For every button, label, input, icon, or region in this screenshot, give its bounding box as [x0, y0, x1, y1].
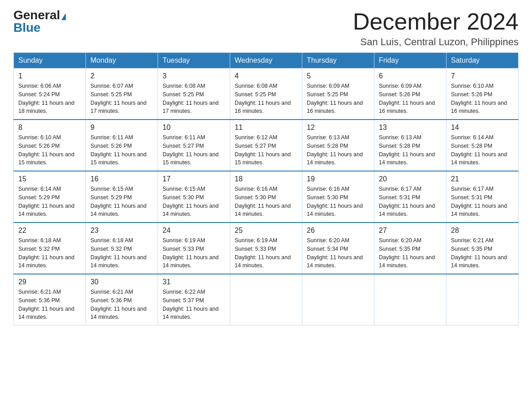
weekday-header-thursday: Thursday	[302, 53, 374, 68]
calendar-cell: 11 Sunrise: 6:12 AM Sunset: 5:27 PM Dayl…	[230, 120, 302, 171]
day-info: Sunrise: 6:21 AM Sunset: 5:36 PM Dayligh…	[90, 288, 153, 321]
day-info: Sunrise: 6:09 AM Sunset: 5:25 PM Dayligh…	[307, 82, 369, 116]
calendar-cell: 22 Sunrise: 6:18 AM Sunset: 5:32 PM Dayl…	[14, 223, 86, 274]
day-info: Sunrise: 6:16 AM Sunset: 5:30 PM Dayligh…	[307, 185, 369, 218]
calendar-cell: 19 Sunrise: 6:16 AM Sunset: 5:30 PM Dayl…	[302, 171, 374, 223]
calendar-cell: 12 Sunrise: 6:13 AM Sunset: 5:28 PM Dayl…	[302, 120, 374, 171]
day-number: 25	[235, 227, 297, 235]
day-number: 31	[163, 278, 225, 286]
calendar-cell: 16 Sunrise: 6:15 AM Sunset: 5:29 PM Dayl…	[86, 171, 158, 223]
day-number: 5	[307, 72, 369, 80]
day-number: 8	[18, 124, 81, 132]
logo-general-text: General	[13, 8, 60, 22]
day-info: Sunrise: 6:12 AM Sunset: 5:27 PM Dayligh…	[235, 133, 297, 167]
day-number: 6	[379, 72, 442, 80]
day-info: Sunrise: 6:13 AM Sunset: 5:28 PM Dayligh…	[307, 133, 369, 167]
day-info: Sunrise: 6:20 AM Sunset: 5:34 PM Dayligh…	[307, 236, 369, 270]
logo: General Blue	[13, 9, 66, 34]
day-info: Sunrise: 6:09 AM Sunset: 5:26 PM Dayligh…	[379, 82, 442, 116]
day-number: 28	[451, 227, 514, 235]
day-info: Sunrise: 6:13 AM Sunset: 5:28 PM Dayligh…	[379, 133, 442, 167]
day-info: Sunrise: 6:19 AM Sunset: 5:33 PM Dayligh…	[163, 236, 225, 270]
week-row-2: 8 Sunrise: 6:10 AM Sunset: 5:26 PM Dayli…	[14, 120, 519, 171]
day-info: Sunrise: 6:08 AM Sunset: 5:25 PM Dayligh…	[235, 82, 297, 116]
weekday-header-friday: Friday	[374, 53, 446, 68]
day-info: Sunrise: 6:17 AM Sunset: 5:31 PM Dayligh…	[451, 185, 514, 218]
weekday-header-saturday: Saturday	[446, 53, 519, 68]
day-info: Sunrise: 6:18 AM Sunset: 5:32 PM Dayligh…	[18, 236, 81, 270]
weekday-header-wednesday: Wednesday	[230, 53, 302, 68]
day-number: 2	[90, 72, 153, 80]
day-number: 12	[307, 124, 369, 132]
day-info: Sunrise: 6:14 AM Sunset: 5:28 PM Dayligh…	[451, 133, 514, 167]
calendar-cell: 13 Sunrise: 6:13 AM Sunset: 5:28 PM Dayl…	[374, 120, 446, 171]
month-title: December 2024	[353, 9, 519, 34]
calendar-cell: 26 Sunrise: 6:20 AM Sunset: 5:34 PM Dayl…	[302, 223, 374, 274]
day-info: Sunrise: 6:15 AM Sunset: 5:30 PM Dayligh…	[163, 185, 225, 218]
calendar-cell: 6 Sunrise: 6:09 AM Sunset: 5:26 PM Dayli…	[374, 68, 446, 120]
day-info: Sunrise: 6:11 AM Sunset: 5:27 PM Dayligh…	[163, 133, 225, 167]
day-info: Sunrise: 6:20 AM Sunset: 5:35 PM Dayligh…	[379, 236, 442, 270]
calendar-cell: 7 Sunrise: 6:10 AM Sunset: 5:26 PM Dayli…	[446, 68, 519, 120]
calendar-cell: 25 Sunrise: 6:19 AM Sunset: 5:33 PM Dayl…	[230, 223, 302, 274]
day-number: 3	[163, 72, 225, 80]
weekday-header-monday: Monday	[86, 53, 158, 68]
week-row-3: 15 Sunrise: 6:14 AM Sunset: 5:29 PM Dayl…	[14, 171, 519, 223]
weekday-header-sunday: Sunday	[14, 53, 86, 68]
day-number: 9	[90, 124, 153, 132]
logo-top: General	[13, 9, 66, 21]
calendar-cell: 27 Sunrise: 6:20 AM Sunset: 5:35 PM Dayl…	[374, 223, 446, 274]
calendar-cell: 15 Sunrise: 6:14 AM Sunset: 5:29 PM Dayl…	[14, 171, 86, 223]
calendar-cell: 18 Sunrise: 6:16 AM Sunset: 5:30 PM Dayl…	[230, 171, 302, 223]
day-number: 21	[451, 175, 514, 183]
day-number: 29	[18, 278, 81, 286]
day-info: Sunrise: 6:07 AM Sunset: 5:25 PM Dayligh…	[90, 82, 153, 116]
week-row-5: 29 Sunrise: 6:21 AM Sunset: 5:36 PM Dayl…	[14, 274, 519, 325]
day-info: Sunrise: 6:10 AM Sunset: 5:26 PM Dayligh…	[18, 133, 81, 167]
week-row-4: 22 Sunrise: 6:18 AM Sunset: 5:32 PM Dayl…	[14, 223, 519, 274]
title-block: December 2024 San Luis, Central Luzon, P…	[353, 9, 519, 48]
calendar-cell: 31 Sunrise: 6:22 AM Sunset: 5:37 PM Dayl…	[158, 274, 230, 325]
calendar-cell: 3 Sunrise: 6:08 AM Sunset: 5:25 PM Dayli…	[158, 68, 230, 120]
day-info: Sunrise: 6:22 AM Sunset: 5:37 PM Dayligh…	[163, 288, 225, 321]
day-number: 26	[307, 227, 369, 235]
day-info: Sunrise: 6:11 AM Sunset: 5:26 PM Dayligh…	[90, 133, 153, 167]
calendar-cell: 5 Sunrise: 6:09 AM Sunset: 5:25 PM Dayli…	[302, 68, 374, 120]
logo-triangle-icon	[61, 13, 66, 20]
day-number: 13	[379, 124, 442, 132]
day-info: Sunrise: 6:21 AM Sunset: 5:36 PM Dayligh…	[18, 288, 81, 321]
day-number: 19	[307, 175, 369, 183]
day-number: 27	[379, 227, 442, 235]
day-info: Sunrise: 6:18 AM Sunset: 5:32 PM Dayligh…	[90, 236, 153, 270]
calendar-cell: 29 Sunrise: 6:21 AM Sunset: 5:36 PM Dayl…	[14, 274, 86, 325]
day-number: 4	[235, 72, 297, 80]
calendar-cell: 14 Sunrise: 6:14 AM Sunset: 5:28 PM Dayl…	[446, 120, 519, 171]
calendar-cell: 1 Sunrise: 6:06 AM Sunset: 5:24 PM Dayli…	[14, 68, 86, 120]
day-number: 7	[451, 72, 514, 80]
day-info: Sunrise: 6:19 AM Sunset: 5:33 PM Dayligh…	[235, 236, 297, 270]
weekday-header-row: SundayMondayTuesdayWednesdayThursdayFrid…	[14, 53, 519, 68]
day-number: 24	[163, 227, 225, 235]
day-number: 15	[18, 175, 81, 183]
day-number: 23	[90, 227, 153, 235]
day-number: 14	[451, 124, 514, 132]
day-number: 18	[235, 175, 297, 183]
calendar-cell	[446, 274, 519, 325]
day-info: Sunrise: 6:15 AM Sunset: 5:29 PM Dayligh…	[90, 185, 153, 218]
day-number: 10	[163, 124, 225, 132]
day-info: Sunrise: 6:06 AM Sunset: 5:24 PM Dayligh…	[18, 82, 81, 116]
day-number: 30	[90, 278, 153, 286]
calendar-cell: 4 Sunrise: 6:08 AM Sunset: 5:25 PM Dayli…	[230, 68, 302, 120]
logo-blue-text: Blue	[13, 21, 41, 34]
day-info: Sunrise: 6:10 AM Sunset: 5:26 PM Dayligh…	[451, 82, 514, 116]
day-info: Sunrise: 6:17 AM Sunset: 5:31 PM Dayligh…	[379, 185, 442, 218]
calendar-cell: 24 Sunrise: 6:19 AM Sunset: 5:33 PM Dayl…	[158, 223, 230, 274]
day-number: 1	[18, 72, 81, 80]
calendar-cell: 2 Sunrise: 6:07 AM Sunset: 5:25 PM Dayli…	[86, 68, 158, 120]
calendar-cell	[302, 274, 374, 325]
page-header: General Blue December 2024 San Luis, Cen…	[13, 9, 519, 48]
calendar-cell: 30 Sunrise: 6:21 AM Sunset: 5:36 PM Dayl…	[86, 274, 158, 325]
calendar-cell: 9 Sunrise: 6:11 AM Sunset: 5:26 PM Dayli…	[86, 120, 158, 171]
day-number: 17	[163, 175, 225, 183]
day-info: Sunrise: 6:08 AM Sunset: 5:25 PM Dayligh…	[163, 82, 225, 116]
